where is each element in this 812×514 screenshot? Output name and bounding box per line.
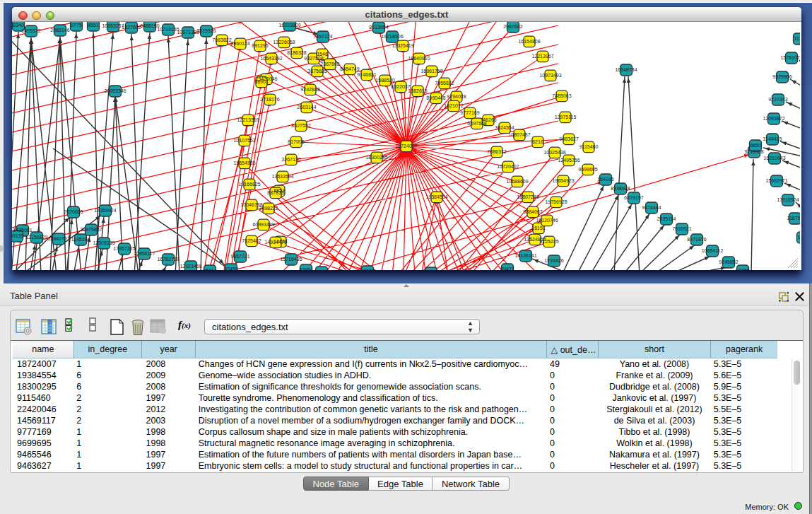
svg-text:16961758: 16961758 <box>420 69 442 74</box>
svg-text:9699695: 9699695 <box>578 167 597 172</box>
svg-text:15720407: 15720407 <box>497 164 519 169</box>
svg-text:9242848: 9242848 <box>300 87 319 92</box>
svg-text:2603144: 2603144 <box>297 105 316 110</box>
svg-text:6879197: 6879197 <box>624 195 643 200</box>
svg-text:8960124: 8960124 <box>230 41 249 46</box>
svg-text:12975115: 12975115 <box>555 115 577 119</box>
svg-text:16300: 16300 <box>360 269 375 270</box>
svg-text:8427552: 8427552 <box>291 123 310 128</box>
svg-text:20053346: 20053346 <box>104 88 126 93</box>
svg-text:16210643: 16210643 <box>763 156 785 160</box>
svg-text:3267130: 3267130 <box>281 157 300 162</box>
svg-text:10653267: 10653267 <box>102 23 124 28</box>
svg-text:1733426: 1733426 <box>544 258 563 263</box>
svg-text:2935114: 2935114 <box>657 216 676 221</box>
svg-text:9329966: 9329966 <box>772 74 792 79</box>
svg-text:12093872: 12093872 <box>763 116 784 121</box>
svg-text:10025438: 10025438 <box>543 150 565 155</box>
svg-text:8186328: 8186328 <box>287 50 306 55</box>
svg-text:9474444: 9474444 <box>642 205 661 210</box>
svg-text:8938928: 8938928 <box>611 186 630 191</box>
svg-text:12923468: 12923468 <box>180 264 201 269</box>
svg-text:13226058: 13226058 <box>273 40 295 45</box>
svg-text:10958117: 10958117 <box>134 251 155 256</box>
svg-text:9327508: 9327508 <box>304 56 323 61</box>
svg-text:7386372: 7386372 <box>487 149 506 154</box>
svg-text:7357224: 7357224 <box>313 34 332 39</box>
svg-text:12942757: 12942757 <box>47 236 69 241</box>
svg-text:92450: 92450 <box>224 267 238 270</box>
svg-text:887833: 887833 <box>267 190 283 195</box>
svg-text:7955812: 7955812 <box>435 81 454 86</box>
svg-text:1527602: 1527602 <box>122 25 141 30</box>
svg-text:891295: 891295 <box>252 43 268 48</box>
svg-text:17016504: 17016504 <box>777 197 799 202</box>
svg-text:1362615: 1362615 <box>408 88 427 93</box>
svg-text:1621072: 1621072 <box>444 103 463 108</box>
svg-text:15716485: 15716485 <box>280 257 302 262</box>
svg-text:99421: 99421 <box>500 267 514 270</box>
svg-text:14914479: 14914479 <box>264 240 286 245</box>
svg-text:1546: 1546 <box>317 52 328 57</box>
svg-text:10671385: 10671385 <box>177 30 199 35</box>
svg-text:16648784: 16648784 <box>615 67 637 72</box>
svg-text:16151: 16151 <box>531 226 546 230</box>
svg-text:3498222: 3498222 <box>259 206 278 211</box>
svg-text:10807487: 10807487 <box>508 132 530 137</box>
svg-text:18807249: 18807249 <box>517 194 539 199</box>
svg-text:98901: 98901 <box>254 79 269 84</box>
svg-text:19756928: 19756928 <box>545 199 567 204</box>
svg-text:116753: 116753 <box>787 216 800 221</box>
svg-text:10107553: 10107553 <box>233 138 255 143</box>
svg-text:94500: 94500 <box>314 269 329 270</box>
svg-text:13495756: 13495756 <box>558 158 579 163</box>
svg-text:20975887: 20975887 <box>80 227 102 232</box>
svg-text:2089146: 2089146 <box>50 28 69 33</box>
svg-text:9463627: 9463627 <box>559 136 578 141</box>
svg-text:9245652: 9245652 <box>719 259 738 264</box>
svg-text:16033809: 16033809 <box>278 23 300 28</box>
svg-text:7625402: 7625402 <box>242 238 261 243</box>
svg-text:16782759: 16782759 <box>157 257 179 262</box>
svg-text:12213967: 12213967 <box>531 54 553 59</box>
svg-text:1244415: 1244415 <box>763 136 782 141</box>
svg-text:12213369: 12213369 <box>237 117 259 122</box>
svg-text:7515526: 7515526 <box>196 28 216 33</box>
svg-text:1117: 1117 <box>794 36 800 41</box>
svg-text:3875685: 3875685 <box>307 69 326 74</box>
svg-text:92456: 92456 <box>736 268 750 270</box>
svg-text:3624554: 3624554 <box>495 125 514 130</box>
svg-text:17359924: 17359924 <box>94 208 116 213</box>
svg-text:8990448: 8990448 <box>426 95 445 100</box>
svg-text:13325419: 13325419 <box>392 43 413 48</box>
svg-text:817006: 817006 <box>288 139 304 144</box>
svg-text:9794028: 9794028 <box>447 94 466 99</box>
svg-text:18640910: 18640910 <box>408 56 430 61</box>
svg-text:2087682: 2087682 <box>503 24 522 29</box>
svg-text:2718176: 2718176 <box>260 97 279 102</box>
svg-text:1125: 1125 <box>797 235 800 240</box>
svg-text:8471676: 8471676 <box>687 237 706 242</box>
svg-text:8454749: 8454749 <box>340 66 359 71</box>
svg-text:9146821: 9146821 <box>357 72 376 77</box>
svg-text:6216: 6216 <box>532 139 543 144</box>
svg-text:18300295: 18300295 <box>365 155 387 160</box>
svg-text:17957225: 17957225 <box>113 246 135 251</box>
svg-text:19166825: 19166825 <box>238 182 260 187</box>
svg-text:15751074: 15751074 <box>780 55 800 60</box>
svg-text:39155: 39155 <box>12 233 24 238</box>
svg-text:19218506: 19218506 <box>381 34 403 39</box>
svg-text:7485063: 7485063 <box>552 93 571 98</box>
svg-text:1588520: 1588520 <box>375 78 394 83</box>
svg-text:5125225: 5125225 <box>539 239 558 244</box>
svg-text:19654985: 19654985 <box>233 160 255 165</box>
svg-text:7632621: 7632621 <box>672 226 691 231</box>
svg-text:3215958: 3215958 <box>744 149 763 154</box>
svg-text:9115460: 9115460 <box>579 144 599 149</box>
svg-text:87954: 87954 <box>299 267 313 270</box>
svg-text:746266: 746266 <box>480 117 496 122</box>
svg-text:8813054: 8813054 <box>369 25 388 30</box>
svg-text:9775: 9775 <box>71 23 82 28</box>
svg-text:15692971: 15692971 <box>765 178 787 183</box>
svg-text:2367608: 2367608 <box>320 62 339 66</box>
